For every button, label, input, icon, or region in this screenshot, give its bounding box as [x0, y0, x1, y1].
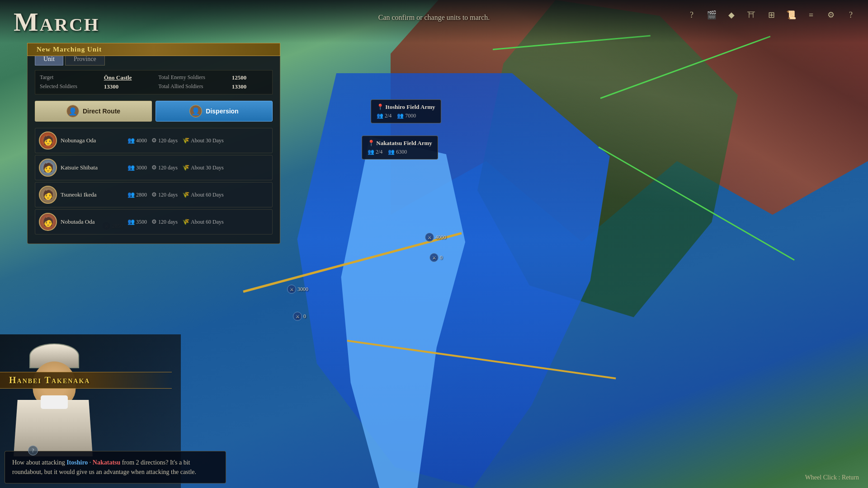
settings-question-icon[interactable]: ? — [843, 7, 859, 23]
target-label: Target — [40, 74, 99, 81]
travel-1: About 30 Days — [191, 137, 224, 144]
unit-icon-3: ⚔ — [429, 253, 439, 262]
commander-name-nobunaga: Nobunaga Oda — [61, 137, 124, 144]
commander-row-nobunaga[interactable]: 🧑 Nobunaga Oda 👥 4000 ⚙ 120 days 🌾 About… — [35, 128, 273, 153]
supply-4: 120 days — [158, 219, 178, 225]
supply-icon-1: ⚙ — [151, 137, 157, 144]
scroll-icon[interactable]: 📜 — [783, 7, 799, 23]
unit-icon-5: ⚔ — [293, 312, 302, 321]
soldier-icon-4: 👥 — [127, 218, 135, 225]
dialogue-prefix: How about attacking — [12, 459, 66, 466]
itoshiro-soldiers: 👥 7000 — [397, 113, 416, 119]
grid-icon[interactable]: ⊞ — [763, 7, 779, 23]
dialogue-separator: · — [88, 459, 93, 466]
unit-counter-5: ⚔ 0 — [293, 312, 306, 321]
avatar-katsuie: 🧑 — [39, 159, 57, 177]
allied-soldiers-label: Total Allied Soldiers — [158, 83, 226, 90]
commander-stats-katsuie: 👥 3000 ⚙ 120 days 🌾 About 30 Days — [127, 164, 224, 171]
commander-row-nobutada[interactable]: 🧑 Nobutada Oda 👥 3500 ⚙ 120 days 🌾 About… — [35, 209, 273, 235]
unit-count-3: 0 — [440, 254, 443, 261]
commander-name-katsuie: Katsuie Shibata — [61, 164, 124, 171]
commander-row-tsuneoki[interactable]: 🧑 Tsuneoki Ikeda 👥 2800 ⚙ 120 days 🌾 Abo… — [35, 182, 273, 207]
travel-icon-2: 🌾 — [182, 164, 189, 171]
help-button[interactable]: ? — [28, 446, 38, 455]
dialogue-nakatatsu: Nakatatsu — [93, 459, 120, 466]
supply-2: 120 days — [158, 164, 178, 171]
travel-4: About 60 Days — [191, 219, 224, 225]
direct-route-avatar: 👤 — [66, 105, 79, 117]
soldier-icon: 👥 — [127, 137, 135, 144]
portrait-illustration — [5, 343, 104, 456]
target-castle: Ōno Castle — [104, 74, 153, 81]
dialogue-box: How about attacking Itoshiro · Nakatatsu… — [5, 451, 226, 483]
marching-unit-label: New Marching Unit — [27, 43, 280, 56]
itoshiro-fraction: 👥 2/4 — [377, 113, 392, 119]
camera-icon[interactable]: 🎬 — [703, 7, 720, 23]
soldier-icon-2: 👥 — [127, 164, 135, 171]
enemy-soldiers-count: 12500 — [232, 74, 268, 81]
supply-icon-3: ⚙ — [151, 191, 157, 198]
diamond-icon[interactable]: ◆ — [723, 7, 740, 23]
marker-nakatatsu: 📍 Nakatatsu Field Army 👥 2/4 👥 6300 — [362, 136, 438, 160]
nakatatsu-fraction: 👥 2/4 — [368, 149, 382, 155]
nakatatsu-soldiers: 👥 6300 — [388, 149, 407, 155]
direct-route-button[interactable]: 👤 Direct Route — [35, 101, 152, 122]
supply-1: 120 days — [158, 137, 178, 144]
page-title: March — [14, 7, 99, 37]
marker-itoshiro-title: 📍 Itoshiro Field Army — [377, 103, 435, 111]
commander-name-nobutada: Nobutada Oda — [61, 218, 124, 225]
avatar-nobunaga: 🧑 — [39, 131, 57, 150]
temple-icon[interactable]: ⛩ — [743, 7, 760, 23]
question-icon[interactable]: ? — [28, 446, 38, 455]
commander-stats-nobunaga: 👥 4000 ⚙ 120 days 🌾 About 30 Days — [127, 137, 224, 144]
toolbar: ? 🎬 ◆ ⛩ ⊞ 📜 ≡ ⚙ ? — [684, 7, 859, 23]
unit-counter-2: ⚔ 4000 — [425, 233, 446, 242]
gear-icon[interactable]: ⚙ — [823, 7, 839, 23]
soldier-icon-3: 👥 — [127, 191, 135, 198]
unit-count-2: 4000 — [435, 234, 446, 241]
route-buttons: 👤 Direct Route 👤 Dispersion — [35, 101, 273, 122]
soldiers-3: 2800 — [136, 192, 147, 198]
commander-row-katsuie[interactable]: 🧑 Katsuie Shibata 👥 3000 ⚙ 120 days 🌾 Ab… — [35, 155, 273, 180]
marker-itoshiro: 📍 Itoshiro Field Army 👥 2/4 👥 7000 — [371, 99, 441, 123]
commander-name-tsuneoki: Tsuneoki Ikeda — [61, 191, 124, 198]
travel-icon-3: 🌾 — [182, 191, 189, 198]
unit-icon-4: ⚔ — [287, 285, 296, 294]
travel-2: About 30 Days — [191, 164, 224, 171]
travel-icon-4: 🌾 — [182, 218, 189, 225]
commander-stats-tsuneoki: 👥 2800 ⚙ 120 days 🌾 About 60 Days — [127, 191, 224, 198]
unit-counter-3: ⚔ 0 — [429, 253, 443, 262]
avatar-nobutada: 🧑 — [39, 213, 57, 231]
unit-count-4: 3000 — [297, 286, 308, 293]
selected-soldiers-label: Selected Soldiers — [40, 83, 99, 90]
supply-3: 120 days — [158, 192, 178, 198]
header-hint: Can confirm or change units to march. — [378, 14, 490, 22]
npc-nameplate: Hanbei Takenaka — [0, 372, 172, 389]
main-panel: Unit Province Target Ōno Castle Total En… — [27, 45, 280, 244]
dispersion-avatar: 👤 — [189, 105, 202, 117]
soldiers-1: 4000 — [136, 137, 147, 144]
soldiers-4: 3500 — [136, 219, 147, 225]
travel-icon-1: 🌾 — [182, 137, 189, 144]
supply-icon-4: ⚙ — [151, 218, 157, 225]
enemy-soldiers-label: Total Enemy Soldiers — [158, 74, 226, 81]
soldiers-2: 3000 — [136, 164, 147, 171]
marker-nakatatsu-title: 📍 Nakatatsu Field Army — [368, 140, 432, 147]
unit-counter-4: ⚔ 3000 — [287, 285, 308, 294]
commander-stats-nobutada: 👥 3500 ⚙ 120 days 🌾 About 60 Days — [127, 218, 224, 225]
avatar-tsuneoki: 🧑 — [39, 186, 57, 204]
list-icon[interactable]: ≡ — [803, 7, 819, 23]
dialogue-itoshiro: Itoshiro — [66, 459, 88, 466]
selected-soldiers-count: 13300 — [104, 83, 153, 90]
dispersion-route-label: Dispersion — [206, 108, 238, 115]
direct-route-label: Direct Route — [83, 108, 120, 115]
help-icon[interactable]: ? — [684, 7, 700, 23]
bottom-hint: Wheel Click : Return — [805, 474, 859, 481]
unit-count-5: 0 — [303, 313, 306, 320]
marker-nakatatsu-stats: 👥 2/4 👥 6300 — [368, 149, 432, 155]
info-grid: Target Ōno Castle Total Enemy Soldiers 1… — [35, 70, 273, 94]
npc-name: Hanbei Takenaka — [9, 375, 163, 385]
allied-soldiers-count: 13300 — [232, 83, 268, 90]
marker-itoshiro-stats: 👥 2/4 👥 7000 — [377, 113, 435, 119]
dispersion-route-button[interactable]: 👤 Dispersion — [156, 101, 273, 122]
